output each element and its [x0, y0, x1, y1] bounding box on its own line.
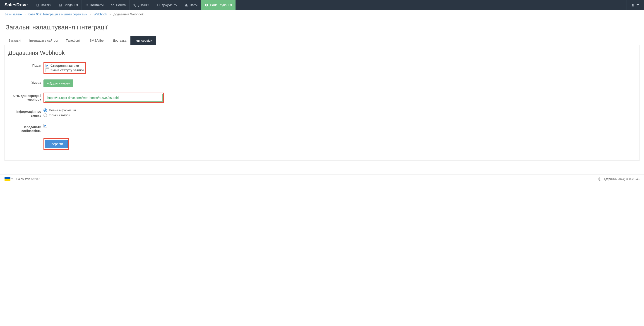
- breadcrumb-sep: »: [90, 12, 92, 16]
- nav-label: Документи: [162, 3, 178, 7]
- tabs: Загальні Інтеграція з сайтом Телефонія S…: [4, 36, 640, 45]
- tab-other-services[interactable]: Інші сервіси: [130, 36, 156, 45]
- radio-status-only[interactable]: [44, 114, 47, 117]
- save-button[interactable]: Зберегти: [45, 140, 68, 148]
- radio-label: Повна інформація: [49, 108, 76, 112]
- highlight-url: [44, 92, 164, 103]
- brand-logo: SalesDrive: [0, 0, 32, 10]
- nav-item-contacts[interactable]: Контакти: [82, 0, 107, 10]
- nav-item-calls[interactable]: Дзвінки: [129, 0, 153, 10]
- highlight-events: Створення заявки Зміна статусу заявки: [44, 62, 86, 74]
- top-navigation: SalesDrive Заявки Завдання Контакти Пошт…: [0, 0, 644, 10]
- breadcrumb-sep: »: [109, 12, 111, 16]
- content-box: Додавання Webhook Подія Створення заявки…: [4, 45, 640, 161]
- nav-label: Налаштування: [210, 3, 232, 7]
- support-text: Підтримка: (044) 338-28-46: [602, 177, 640, 181]
- user-menu[interactable]: [626, 0, 644, 10]
- svg-point-2: [632, 4, 633, 5]
- checkbox-create-order[interactable]: [46, 64, 49, 68]
- tab-site-integration[interactable]: Інтеграція з сайтом: [25, 36, 62, 45]
- breadcrumb-link[interactable]: база 002: Інтеграція з іншими сервісами: [28, 12, 88, 16]
- nav-label: Звіти: [190, 3, 198, 7]
- nav-label: Заявки: [41, 3, 51, 7]
- chart-icon: [185, 4, 188, 6]
- label-event: Подія: [8, 62, 44, 68]
- radio-full-info[interactable]: [44, 108, 47, 112]
- checkbox-label: Створення заявки: [50, 64, 79, 68]
- mail-icon: [111, 4, 114, 6]
- caret-down-icon: [636, 4, 640, 6]
- document-icon: [36, 4, 39, 6]
- copyright-text: SalesDrive © 2021: [16, 177, 41, 181]
- breadcrumb-sep: »: [24, 12, 26, 16]
- label-info: Інформація про заявку: [8, 108, 44, 118]
- checkbox-status-change[interactable]: [46, 68, 49, 72]
- nav-label: Дзвінки: [138, 3, 149, 7]
- nav-item-orders[interactable]: Заявки: [32, 0, 55, 10]
- footer: SalesDrive © 2021 Підтримка: (044) 338-2…: [0, 174, 644, 184]
- svg-rect-1: [111, 4, 114, 6]
- flag-ukraine-icon: [4, 177, 10, 181]
- nav-label: Пошта: [116, 3, 126, 7]
- tab-telephony[interactable]: Телефонія: [62, 36, 86, 45]
- user-icon: [631, 4, 634, 6]
- nav-item-settings[interactable]: Налаштування: [201, 0, 236, 10]
- check-icon: [59, 4, 62, 6]
- list-icon: [85, 4, 88, 6]
- breadcrumb-current: Додавання Webhook: [113, 12, 144, 16]
- breadcrumb-link[interactable]: Бази заявок: [4, 12, 22, 16]
- nav-item-documents[interactable]: Документи: [153, 0, 181, 10]
- label-cost: Передавати собівартість: [8, 124, 44, 133]
- section-title: Додавання Webhook: [8, 49, 636, 56]
- nav-label: Завдання: [64, 3, 78, 7]
- breadcrumb: Бази заявок » база 002: Інтеграція з інш…: [0, 10, 644, 19]
- tab-general[interactable]: Загальні: [4, 36, 25, 45]
- globe-icon: [598, 178, 601, 181]
- nav-item-tasks[interactable]: Завдання: [55, 0, 82, 10]
- nav-label: Контакти: [90, 3, 104, 7]
- tab-delivery[interactable]: Доставка: [109, 36, 130, 45]
- chevron-down-icon: [11, 178, 13, 180]
- radio-label: Тільки статуси: [49, 114, 70, 117]
- label-condition: Умова: [8, 80, 44, 85]
- checkbox-send-cost[interactable]: [44, 124, 47, 128]
- breadcrumb-link[interactable]: Webhook: [94, 12, 107, 16]
- nav-item-mail[interactable]: Пошта: [107, 0, 129, 10]
- language-selector[interactable]: [4, 177, 13, 181]
- label-url: URL для передачі webhook: [8, 92, 44, 102]
- gear-icon: [205, 4, 208, 6]
- book-icon: [157, 4, 160, 6]
- nav-spacer: [236, 0, 626, 10]
- nav-item-reports[interactable]: Звіти: [181, 0, 201, 10]
- label-empty: [8, 138, 44, 140]
- add-condition-button[interactable]: + Додати умову: [44, 80, 73, 87]
- page-title: Загальні налаштування і інтеграції: [4, 24, 640, 31]
- tab-sms-viber[interactable]: SMS/Viber: [85, 36, 109, 45]
- highlight-save: Зберегти: [44, 138, 69, 150]
- url-input[interactable]: [45, 94, 162, 102]
- phone-icon: [133, 4, 136, 6]
- checkbox-label: Зміна статусу заявки: [50, 68, 84, 72]
